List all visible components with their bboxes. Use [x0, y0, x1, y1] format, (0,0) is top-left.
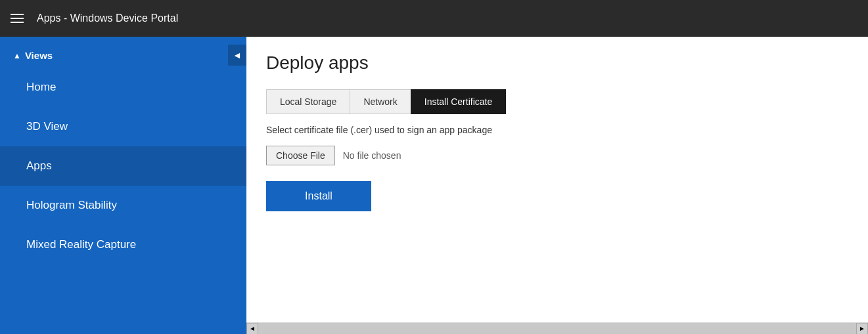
- scroll-right-button[interactable]: ►: [856, 323, 868, 335]
- page-title: Deploy apps: [266, 52, 848, 73]
- views-header: ▲ Views: [0, 37, 246, 68]
- tab-network[interactable]: Network: [350, 89, 411, 114]
- choose-file-button[interactable]: Choose File: [266, 146, 335, 165]
- no-file-text: No file chosen: [343, 150, 401, 161]
- sidebar-item-label: Mixed Reality Capture: [26, 238, 136, 251]
- sidebar-item-home[interactable]: Home: [0, 68, 246, 107]
- content-area: Deploy apps Local Storage Network Instal…: [246, 37, 868, 334]
- topbar: Apps - Windows Device Portal: [0, 0, 868, 37]
- sidebar-item-label: Home: [26, 81, 56, 93]
- views-arrow-icon: ▲: [13, 51, 21, 60]
- sidebar-item-mixed-reality-capture[interactable]: Mixed Reality Capture: [0, 225, 246, 264]
- scrollbar-track[interactable]: [258, 323, 856, 334]
- horizontal-scrollbar[interactable]: ◄ ►: [246, 322, 868, 334]
- topbar-title: Apps - Windows Device Portal: [37, 12, 178, 24]
- tab-bar: Local Storage Network Install Certificat…: [266, 89, 848, 114]
- sidebar-item-hologram-stability[interactable]: Hologram Stability: [0, 186, 246, 225]
- sidebar-toggle-button[interactable]: ◄: [228, 45, 246, 66]
- views-label: Views: [25, 50, 53, 61]
- tab-local-storage[interactable]: Local Storage: [266, 89, 350, 114]
- tab-install-certificate[interactable]: Install Certificate: [411, 89, 506, 114]
- sidebar-item-label: Hologram Stability: [26, 199, 117, 211]
- sidebar: ◄ ▲ Views Home 3D View Apps Hologram Sta…: [0, 37, 246, 334]
- main-layout: ◄ ▲ Views Home 3D View Apps Hologram Sta…: [0, 37, 868, 334]
- install-button[interactable]: Install: [266, 181, 371, 211]
- sidebar-item-label: Apps: [26, 159, 52, 172]
- sidebar-item-apps[interactable]: Apps: [0, 146, 246, 186]
- hamburger-menu-icon[interactable]: [11, 14, 24, 23]
- sidebar-item-3dview[interactable]: 3D View: [0, 107, 246, 146]
- scroll-left-button[interactable]: ◄: [246, 323, 258, 335]
- file-chooser-row: Choose File No file chosen: [266, 146, 848, 165]
- content-main: Deploy apps Local Storage Network Instal…: [246, 37, 868, 322]
- sidebar-item-label: 3D View: [26, 120, 68, 133]
- description-text: Select certificate file (.cer) used to s…: [266, 125, 848, 135]
